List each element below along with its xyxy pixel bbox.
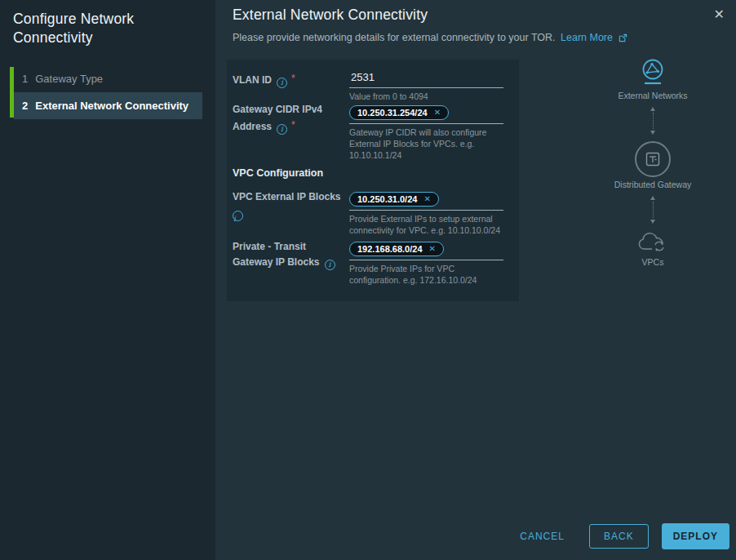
wizard-title: Configure Network Connectivity (13, 10, 202, 47)
vlan-id-helper-text: Value from 0 to 4094 (349, 91, 503, 103)
network-topology-diagram: External Networks Distributed Gateway (599, 57, 707, 267)
vpc-cloud-icon (636, 230, 669, 255)
form-area: VLAN IDi* Value from 0 to 4094 Gateway C… (227, 60, 519, 301)
info-icon[interactable]: i (325, 260, 335, 270)
step-number: 2 (22, 100, 28, 112)
external-networks-label: External Networks (618, 91, 687, 100)
dialog-footer: CANCEL BACK DEPLOY (215, 521, 736, 560)
step-label: External Network Connectivity (35, 100, 188, 112)
wizard-steps: 1 Gateway Type 2 External Network Connec… (10, 65, 202, 119)
vlan-id-field-row: VLAN IDi* Value from 0 to 4094 (233, 69, 503, 103)
info-icon[interactable]: i (277, 78, 287, 88)
close-icon[interactable]: ✕ (712, 7, 726, 23)
info-icon[interactable]: i (233, 211, 243, 221)
dotted-flow-arrow (650, 107, 655, 135)
wizard-sidebar: Configure Network Connectivity 1 Gateway… (0, 0, 215, 560)
step-item-gateway-type[interactable]: 1 Gateway Type (14, 65, 202, 92)
vpc-external-ip-blocks-label: VPC External IP Blocks i (233, 189, 345, 221)
private-transit-gateway-field-row: Private - Transit Gateway IP Blocksi 192… (233, 239, 503, 287)
vlan-id-label: VLAN IDi* (233, 69, 345, 88)
globe-network-icon (640, 57, 666, 88)
configure-network-connectivity-dialog: Configure Network Connectivity 1 Gateway… (0, 0, 736, 560)
subtitle-text: Please provide networking details for ex… (233, 32, 556, 43)
vpc-external-ip-blocks-field-row: VPC External IP Blocks i 10.250.31.0/24 … (233, 189, 503, 237)
distributed-gateway-label: Distributed Gateway (614, 180, 692, 189)
cancel-button[interactable]: CANCEL (517, 524, 568, 549)
deploy-button[interactable]: DEPLOY (662, 523, 729, 549)
remove-chip-icon[interactable]: ✕ (434, 109, 441, 117)
remove-chip-icon[interactable]: ✕ (429, 245, 436, 253)
step-number: 1 (22, 73, 28, 85)
private-transit-chip: 192.168.68.0/24 ✕ (349, 242, 444, 256)
distributed-gateway-icon (635, 141, 671, 177)
page-subtitle: Please provide networking details for ex… (233, 32, 627, 43)
active-step-indicator-bar (10, 67, 14, 118)
vpc-external-ip-chip: 10.250.31.0/24 ✕ (349, 192, 439, 207)
wizard-main-panel: External Network Connectivity Please pro… (215, 0, 736, 560)
learn-more-link[interactable]: Learn More (561, 32, 613, 43)
gateway-cidr-helper-text: Gateway IP CIDR will also configure Exte… (349, 127, 503, 162)
dotted-flow-arrow (650, 196, 655, 224)
vlan-id-input[interactable] (349, 71, 503, 88)
remove-chip-icon[interactable]: ✕ (423, 195, 430, 203)
private-transit-gateway-label: Private - Transit Gateway IP Blocksi (233, 239, 345, 270)
gateway-cidr-chip: 10.250.31.254/24 ✕ (349, 105, 449, 120)
info-icon[interactable]: i (277, 124, 287, 135)
external-link-icon (619, 33, 627, 42)
required-asterisk: * (291, 73, 295, 84)
required-asterisk: * (291, 119, 295, 131)
page-title: External Network Connectivity (233, 7, 428, 24)
gateway-cidr-label: Gateway CIDR IPv4 Addressi* (233, 102, 345, 135)
vpcs-label: VPCs (642, 257, 664, 267)
step-label: Gateway Type (35, 73, 103, 85)
private-transit-gateway-input[interactable]: 192.168.68.0/24 ✕ (349, 241, 503, 260)
private-transit-helper-text: Provide Private IPs for VPC configuratio… (349, 264, 503, 287)
vpc-external-ip-blocks-input[interactable]: 10.250.31.0/24 ✕ (349, 191, 503, 211)
step-item-external-network-connectivity[interactable]: 2 External Network Connectivity (14, 92, 202, 119)
vpc-configuration-section-title: VPC Configuration (233, 167, 323, 179)
vpc-external-ip-helper-text: Provide External IPs to setup external c… (349, 214, 503, 237)
gateway-cidr-input[interactable]: 10.250.31.254/24 ✕ (349, 104, 503, 124)
gateway-cidr-field-row: Gateway CIDR IPv4 Addressi* 10.250.31.25… (233, 102, 503, 162)
back-button[interactable]: BACK (589, 524, 649, 549)
